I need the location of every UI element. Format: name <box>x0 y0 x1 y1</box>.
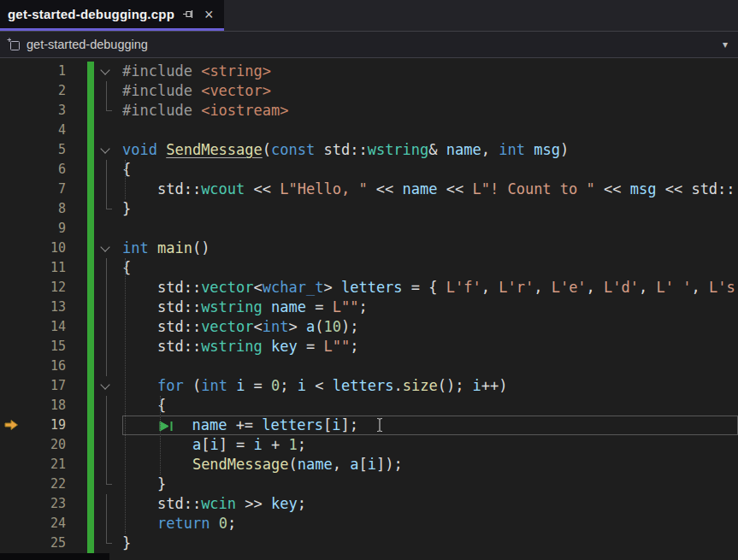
line-number[interactable]: 11 <box>26 258 68 278</box>
outline-margin[interactable] <box>68 533 122 553</box>
breakpoint-margin[interactable] <box>0 435 26 455</box>
outline-margin[interactable] <box>68 239 122 258</box>
code-line[interactable]: 18 { <box>0 396 738 416</box>
line-number[interactable]: 13 <box>26 298 68 317</box>
breakpoint-margin[interactable] <box>0 81 26 101</box>
code-line[interactable]: 6{ <box>0 160 738 180</box>
code-line[interactable]: 19 name += letters[i]; <box>0 416 738 435</box>
outline-margin[interactable] <box>68 180 122 199</box>
code-text[interactable]: std::wstring name = L""; <box>122 298 738 317</box>
code-text[interactable]: std::vector<wchar_t> letters = { L'f', L… <box>122 278 738 298</box>
outline-margin[interactable] <box>68 475 122 494</box>
code-line[interactable]: 14 std::vector<int> a(10); <box>0 317 738 337</box>
code-text[interactable]: std::wcout << L"Hello, " << name << L"! … <box>122 180 738 199</box>
line-number[interactable]: 12 <box>26 278 68 298</box>
close-icon[interactable]: × <box>203 7 215 22</box>
line-number[interactable]: 7 <box>26 180 68 199</box>
code-line[interactable]: 13 std::wstring name = L""; <box>0 298 738 317</box>
outline-margin[interactable] <box>68 278 122 298</box>
breakpoint-margin[interactable] <box>0 121 26 140</box>
line-number[interactable]: 23 <box>26 494 68 514</box>
current-statement-icon[interactable] <box>4 419 19 431</box>
line-number[interactable]: 17 <box>26 376 68 396</box>
line-number[interactable]: 16 <box>26 357 68 376</box>
breakpoint-margin[interactable] <box>0 376 26 396</box>
fold-collapse-icon[interactable] <box>100 242 109 251</box>
line-number[interactable]: 21 <box>26 455 68 475</box>
fold-collapse-icon[interactable] <box>100 65 109 74</box>
breakpoint-margin[interactable] <box>0 298 26 317</box>
code-text[interactable] <box>122 219 738 239</box>
outline-margin[interactable] <box>68 317 122 337</box>
code-text[interactable]: std::wcin >> key; <box>122 494 738 514</box>
code-text[interactable]: { <box>122 396 738 416</box>
tab-get-started-debugging[interactable]: get-started-debugging.cpp × <box>0 0 224 31</box>
outline-margin[interactable] <box>68 199 122 219</box>
code-text[interactable]: } <box>122 199 738 219</box>
code-text[interactable]: #include <string> <box>122 62 738 81</box>
breakpoint-margin[interactable] <box>0 140 26 160</box>
code-text[interactable]: void SendMessage(const std::wstring& nam… <box>122 140 738 160</box>
code-line[interactable]: 7 std::wcout << L"Hello, " << name << L"… <box>0 180 738 199</box>
breakpoint-margin[interactable] <box>0 278 26 298</box>
code-line[interactable]: 24 return 0; <box>0 514 738 533</box>
outline-margin[interactable] <box>68 416 122 435</box>
code-text[interactable]: for (int i = 0; i < letters.size(); i++) <box>122 376 738 396</box>
chevron-down-icon[interactable]: ▾ <box>719 38 731 50</box>
code-line[interactable]: 17 for (int i = 0; i < letters.size(); i… <box>0 376 738 396</box>
outline-margin[interactable] <box>68 258 122 278</box>
line-number[interactable]: 25 <box>26 533 68 553</box>
breakpoint-margin[interactable] <box>0 475 26 494</box>
code-text[interactable] <box>122 121 738 140</box>
code-line[interactable]: 25} <box>0 533 738 553</box>
code-line[interactable]: 1#include <string> <box>0 62 738 81</box>
line-number[interactable]: 8 <box>26 199 68 219</box>
line-number[interactable]: 5 <box>26 140 68 160</box>
code-line[interactable]: 10int main() <box>0 239 738 258</box>
breakpoint-margin[interactable] <box>0 357 26 376</box>
breakpoint-margin[interactable] <box>0 258 26 278</box>
outline-margin[interactable] <box>68 140 122 160</box>
breakpoint-margin[interactable] <box>0 317 26 337</box>
breakpoint-margin[interactable] <box>0 514 26 533</box>
code-line[interactable]: 16 <box>0 357 738 376</box>
line-number[interactable]: 3 <box>26 101 68 121</box>
line-number[interactable]: 19 <box>26 416 68 435</box>
line-number[interactable]: 24 <box>26 514 68 533</box>
line-number[interactable]: 4 <box>26 121 68 140</box>
code-text[interactable]: SendMessage(name, a[i]); <box>122 455 738 475</box>
code-text[interactable] <box>122 357 738 376</box>
outline-margin[interactable] <box>68 298 122 317</box>
breakpoint-margin[interactable] <box>0 199 26 219</box>
line-number[interactable]: 18 <box>26 396 68 416</box>
breakpoint-margin[interactable] <box>0 494 26 514</box>
line-number[interactable]: 9 <box>26 219 68 239</box>
fold-collapse-icon[interactable] <box>100 144 109 153</box>
breakpoint-margin[interactable] <box>0 396 26 416</box>
line-number[interactable]: 2 <box>26 81 68 101</box>
breakpoint-margin[interactable] <box>0 180 26 199</box>
pin-icon[interactable] <box>182 8 195 21</box>
code-text[interactable]: } <box>122 475 738 494</box>
code-line[interactable]: 8} <box>0 199 738 219</box>
code-line[interactable]: 9 <box>0 219 738 239</box>
line-number[interactable]: 10 <box>26 239 68 258</box>
breakpoint-margin[interactable] <box>0 337 26 357</box>
code-text[interactable]: int main() <box>122 239 738 258</box>
code-line[interactable]: 20 a[i] = i + 1; <box>0 435 738 455</box>
code-text[interactable]: a[i] = i + 1; <box>122 435 738 455</box>
outline-margin[interactable] <box>68 81 122 101</box>
code-text[interactable]: std::vector<int> a(10); <box>122 317 738 337</box>
code-line[interactable]: 23 std::wcin >> key; <box>0 494 738 514</box>
breakpoint-margin[interactable] <box>0 239 26 258</box>
line-number[interactable]: 6 <box>26 160 68 180</box>
breakpoint-margin[interactable] <box>0 416 26 435</box>
navigation-scope[interactable]: get-started-debugging <box>27 38 148 51</box>
line-number[interactable]: 14 <box>26 317 68 337</box>
code-line[interactable]: 5void SendMessage(const std::wstring& na… <box>0 140 738 160</box>
code-line[interactable]: 11{ <box>0 258 738 278</box>
code-line[interactable]: 4 <box>0 121 738 140</box>
code-line[interactable]: 3#include <iostream> <box>0 101 738 121</box>
outline-margin[interactable] <box>68 62 122 81</box>
code-line[interactable]: 22 } <box>0 475 738 494</box>
